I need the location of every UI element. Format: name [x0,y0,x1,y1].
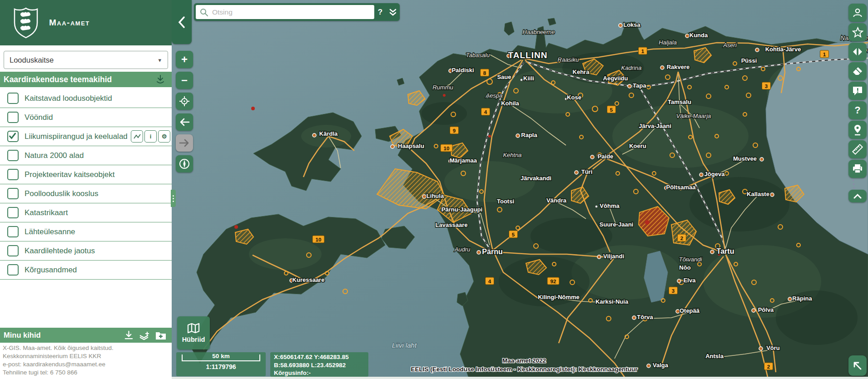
map-canvas[interactable]: 849105113105492232 TALLINNPärnuTartuHaab… [172,0,868,379]
layer-checkbox[interactable] [7,264,19,276]
place-label: Võhma [600,202,620,209]
favorites-button[interactable] [848,23,867,41]
add-layers-icon[interactable] [139,330,150,340]
place-label: Kiili [523,75,534,82]
search-expand-button[interactable] [386,8,400,16]
layer-chart-icon[interactable] [131,130,143,143]
place-label: Kadrina [621,64,642,71]
layers-section-title: Kaardirakenduse teemakihid [4,75,156,84]
locate-button[interactable] [176,93,193,110]
layer-row[interactable]: Kaardilehtede jaotus [0,241,172,261]
layer-label: Poollooduslik kooslus [25,189,172,198]
layer-row[interactable]: Katastrikaart [0,203,172,222]
user-button[interactable] [848,4,867,22]
layer-row[interactable]: Poollooduslik kooslus [0,184,172,203]
eraser-button[interactable] [848,62,867,80]
layer-checkbox[interactable] [7,112,19,123]
user-icon [852,7,863,18]
print-button[interactable] [848,160,867,178]
place-label: Aseri [723,42,737,49]
search-input[interactable] [211,8,374,17]
place-label: Paldiski [451,67,474,74]
zoom-in-button[interactable]: + [176,51,193,68]
place-label: Märjamaa [450,157,477,164]
place-label: Otepää [680,307,700,314]
chevron-left-icon [178,16,185,28]
search-field[interactable] [196,5,374,19]
layer-settings-icon[interactable]: ⚙ [158,130,170,143]
place-label: Liivi laht [392,341,417,349]
place-label: Kohtla-Järve [765,46,801,53]
coat-of-arms-logo [13,6,39,39]
xgis-app: Maa-amet Looduskaitse ▾ Kaardirakenduse … [0,0,868,379]
star-icon [852,27,863,38]
theme-dropdown[interactable]: Looduskaitse ▾ [4,51,168,69]
sidebar-collapse-button[interactable] [172,0,192,44]
compass-button[interactable] [176,155,193,172]
zoom-out-button[interactable]: − [176,72,193,89]
place-label: Viljandi [603,253,624,260]
place-label: Koeru [629,143,646,149]
feedback-button[interactable] [848,82,867,100]
place-label: Nõo [679,264,690,271]
search-help-button[interactable]: ? [374,8,386,17]
scale-bar: 50 km [182,354,260,361]
pan-corner-button[interactable] [848,355,867,376]
layer-checkbox[interactable] [7,207,19,218]
measure-button[interactable] [848,140,867,158]
layer-row[interactable]: Natura 2000 alad [0,146,172,165]
layers-section-header: Kaardirakenduse teemakihid [0,72,172,87]
layer-label: Lähteülesanne [25,227,172,236]
org-name: Maa-amet [49,18,90,28]
footer-line[interactable]: e-post: kaardirakendus@maaamet.ee [3,360,114,369]
svg-text:3: 3 [765,84,768,89]
compare-icon [852,47,863,56]
layer-checkbox[interactable] [7,93,19,104]
svg-text:1: 1 [823,52,826,57]
back-button[interactable] [176,113,193,131]
search-icon [199,8,208,17]
import-layers-icon[interactable] [156,75,164,84]
layer-row[interactable]: Vööndid [0,108,172,127]
place-label: Kärdla [319,130,338,137]
layer-row[interactable]: Kõrgusandmed [0,261,172,280]
sidebar-resize-handle[interactable] [171,190,176,207]
place-label: Antsla [705,353,724,359]
arrow-right-icon [179,139,190,147]
place-label: Lihula [427,192,444,199]
layer-checkbox[interactable] [7,226,19,237]
layer-checkbox[interactable] [7,131,19,142]
svg-text:4: 4 [484,109,487,115]
coords-bl: B:58.693880 L:23.452982 [274,361,368,369]
compare-button[interactable] [848,43,867,61]
theme-dropdown-value: Looduskaitse [10,56,158,64]
place-label: Paide [598,153,614,160]
location-pin-button[interactable] [848,121,867,139]
help-button[interactable]: ? [848,101,867,119]
layer-info-icon[interactable]: i [144,130,157,143]
base-layer-button[interactable]: Hübriid [177,316,210,349]
measure-icon [852,143,863,155]
svg-text:8: 8 [483,70,486,76]
layer-row[interactable]: Kaitstavad loodusobjektid [0,89,172,108]
layer-checkbox[interactable] [7,150,19,161]
place-label: Kehra [573,69,590,75]
place-label: Haapsalu [398,143,424,149]
chevron-up-icon [853,193,862,199]
forward-button[interactable] [176,134,193,152]
toolbar-collapse-button[interactable] [848,190,867,202]
layer-row[interactable]: Liikumispiirangud ja keelualadi⚙ [0,127,172,146]
layer-row[interactable]: Lähteülesanne [0,222,172,241]
place-label: Raasiku [558,56,579,63]
layer-row[interactable]: Projekteeritav kaitseobjekt [0,165,172,184]
layer-checkbox[interactable] [7,169,19,180]
add-folder-icon[interactable] [155,331,166,340]
layer-checkbox[interactable] [7,245,19,256]
download-icon[interactable] [124,330,134,340]
layer-checkbox[interactable] [7,188,19,199]
eraser-icon [852,66,863,76]
coords-xy: X:6506147.62 Y:468283.85 [274,353,368,361]
plus-icon: + [181,53,188,66]
layer-label: Vööndid [25,113,172,122]
place-label: Tõrva [637,314,653,320]
